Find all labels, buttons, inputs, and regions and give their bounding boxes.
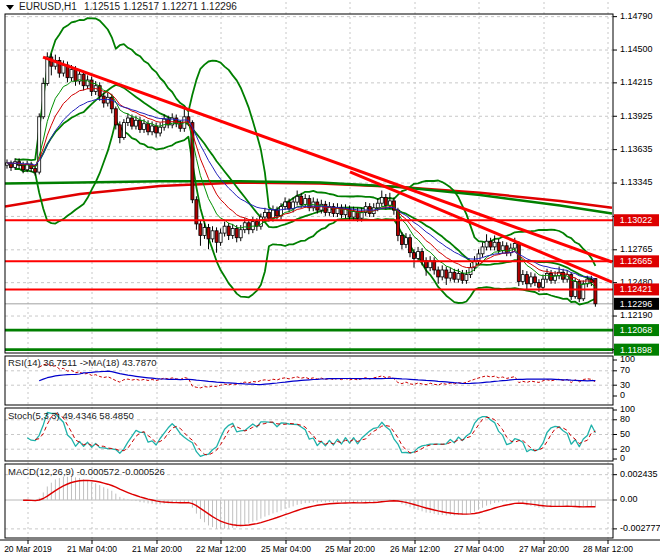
chart-title-symbol: EURUSD,H1 bbox=[19, 1, 77, 12]
grid-lines bbox=[5, 2, 613, 539]
time-tick-label: 26 Mar 12:00 bbox=[390, 544, 440, 554]
price-badge-label: 1.12421 bbox=[620, 284, 653, 294]
chart-title-ohlc: 1.12515 1.12517 1.12271 1.12296 bbox=[84, 1, 237, 12]
stoch-scale-label: 50 bbox=[620, 429, 630, 439]
price-badge-label: 1.11898 bbox=[620, 345, 652, 355]
time-tick-label: 20 Mar 2019 bbox=[4, 544, 52, 554]
candlestick-series bbox=[6, 52, 597, 306]
macd-panel[interactable] bbox=[5, 475, 613, 530]
macd-scale-label: 0.00 bbox=[620, 494, 638, 504]
rsi-indicator-label: RSI(14) 36.7511 ->MA(18) 43.7870 bbox=[8, 357, 156, 368]
time-tick-label: 27 Mar 20:00 bbox=[519, 544, 569, 554]
macd-scale-label: 0.002435 bbox=[620, 469, 658, 479]
price-badge-label: 1.12068 bbox=[620, 325, 653, 335]
stochastic-indicator-label: Stoch(5,3,3) 49.4346 58.4850 bbox=[8, 410, 134, 421]
time-axis[interactable]: 20 Mar 201921 Mar 04:0021 Mar 20:0022 Ma… bbox=[4, 540, 633, 554]
price-tick-label: 1.13635 bbox=[620, 144, 653, 154]
time-tick-label: 25 Mar 04:00 bbox=[261, 544, 311, 554]
stoch-scale-label: 0 bbox=[620, 453, 625, 463]
time-tick-label: 27 Mar 04:00 bbox=[454, 544, 504, 554]
price-tick-label: 1.14500 bbox=[620, 44, 653, 54]
rsi-scale-label: 30 bbox=[620, 380, 630, 390]
price-tick-label: 1.14215 bbox=[620, 77, 653, 87]
macd-indicator-label: MACD(12,26,9) -0.000572 -0.000526 bbox=[8, 466, 165, 477]
main-chart-panel[interactable] bbox=[5, 18, 613, 307]
price-axis[interactable]: 1.147901.145001.142151.139251.136351.133… bbox=[613, 11, 660, 533]
price-tick-label: 1.13925 bbox=[620, 111, 653, 121]
time-tick-label: 25 Mar 20:00 bbox=[325, 544, 375, 554]
symbol-dropdown-arrow-icon[interactable] bbox=[6, 5, 14, 10]
rsi-scale-label: 100 bbox=[620, 354, 635, 364]
price-badge-label: 1.12296 bbox=[620, 299, 653, 309]
stoch-scale-label: 20 bbox=[620, 444, 630, 454]
price-badge-label: 1.13022 bbox=[620, 215, 653, 225]
price-tick-label: 1.12190 bbox=[620, 310, 653, 320]
price-tick-label: 1.12765 bbox=[620, 244, 653, 254]
chart-canvas[interactable]: 1.147901.145001.142151.139251.136351.133… bbox=[0, 0, 660, 560]
time-tick-label: 21 Mar 04:00 bbox=[67, 544, 117, 554]
macd-scale-label: -0.002777 bbox=[620, 523, 660, 533]
price-tick-label: 1.14790 bbox=[620, 11, 653, 21]
stoch-scale-label: 80 bbox=[620, 414, 630, 424]
rsi-scale-label: 70 bbox=[620, 365, 630, 375]
time-tick-label: 28 Mar 12:00 bbox=[583, 544, 633, 554]
trading-chart-window: 1.147901.145001.142151.139251.136351.133… bbox=[0, 0, 660, 560]
price-tick-label: 1.13345 bbox=[620, 177, 653, 187]
price-level-badges: 1.130221.126651.124211.122961.120681.118… bbox=[614, 214, 659, 355]
time-tick-label: 22 Mar 12:00 bbox=[196, 544, 246, 554]
time-tick-label: 21 Mar 20:00 bbox=[132, 544, 182, 554]
price-badge-label: 1.12665 bbox=[620, 256, 653, 266]
stoch-scale-label: 100 bbox=[620, 404, 635, 414]
rsi-scale-label: 0 bbox=[620, 390, 625, 400]
